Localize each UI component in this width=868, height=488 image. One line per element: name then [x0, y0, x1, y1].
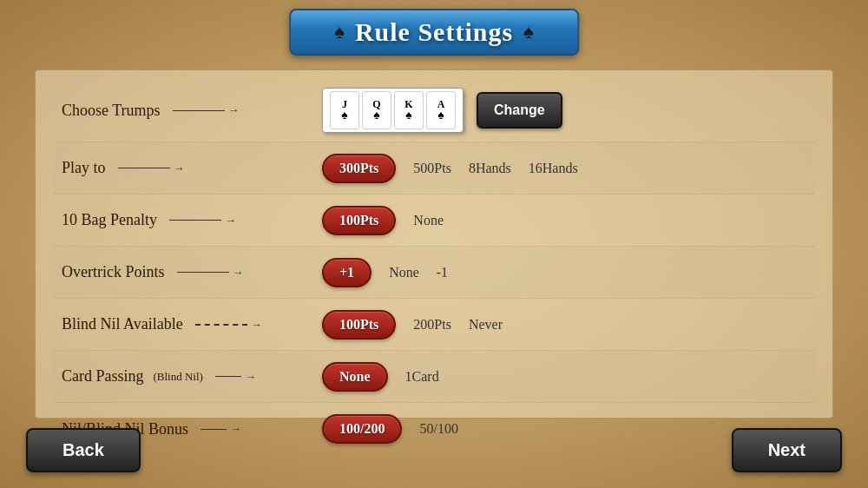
bag-penalty-none[interactable]: None [413, 213, 444, 228]
bag-penalty-options: 100Pts None [322, 206, 806, 235]
blind-nil-never[interactable]: Never [469, 317, 503, 333]
card-j: J ♠ [330, 91, 359, 129]
blind-nil-label: Blind Nil Available → [62, 315, 322, 333]
overtrick-none[interactable]: None [389, 265, 419, 280]
play-to-8hands[interactable]: 8Hands [469, 161, 511, 176]
change-button[interactable]: Change [477, 92, 562, 129]
nil-bonus-100-200[interactable]: 100/200 [322, 414, 402, 444]
play-to-300pts[interactable]: 300Pts [322, 154, 396, 183]
bag-penalty-label: 10 Bag Penalty → [62, 211, 322, 229]
overtrick-plus1[interactable]: +1 [322, 258, 372, 287]
page-title: Rule Settings [355, 17, 513, 47]
title-banner: ♠ Rule Settings ♠ [289, 9, 579, 56]
row-play-to: Play to → 300Pts 500Pts 8Hands 16Hands [53, 142, 815, 195]
play-to-500pts[interactable]: 500Pts [413, 161, 451, 176]
card-passing-options: None 1Card [322, 362, 806, 392]
card-q: Q ♠ [362, 91, 391, 129]
row-blind-nil: Blind Nil Available → 100Pts 200Pts Neve… [53, 299, 815, 351]
trumps-options: J ♠ Q ♠ K ♠ [322, 88, 562, 133]
settings-panel: Choose Trumps → J ♠ Q [35, 69, 833, 419]
nil-bonus-50-100[interactable]: 50/100 [419, 421, 457, 437]
next-button[interactable]: Next [732, 428, 842, 472]
row-bag-penalty: 10 Bag Penalty → 100Pts None [53, 195, 815, 247]
card-passing-label: Card Passing (Blind Nil) → [62, 367, 322, 386]
card-passing-1card[interactable]: 1Card [405, 369, 439, 385]
overtrick-minus1[interactable]: -1 [437, 265, 448, 280]
row-card-passing: Card Passing (Blind Nil) → None 1Card [53, 351, 815, 403]
spade-left-icon: ♠ [334, 21, 345, 43]
card-preview: J ♠ Q ♠ K ♠ [322, 88, 464, 133]
blind-nil-200pts[interactable]: 200Pts [413, 317, 451, 333]
blind-nil-options: 100Pts 200Pts Never [322, 310, 806, 340]
overtrick-options: +1 None -1 [322, 258, 806, 287]
card-a: A ♠ [426, 91, 456, 129]
row-overtrick: Overtrick Points → +1 None -1 [53, 247, 815, 299]
row-nil-bonus: Nil/Blind Nil Bonus → 100/200 50/100 [53, 403, 815, 455]
overtrick-label: Overtrick Points → [62, 263, 322, 281]
bag-penalty-100pts[interactable]: 100Pts [322, 206, 396, 235]
play-to-16hands[interactable]: 16Hands [529, 161, 578, 176]
blind-nil-100pts[interactable]: 100Pts [322, 310, 396, 340]
row-choose-trumps: Choose Trumps → J ♠ Q [53, 79, 815, 142]
card-passing-none[interactable]: None [322, 362, 388, 392]
spade-right-icon: ♠ [523, 21, 534, 43]
play-to-label: Play to → [62, 159, 322, 177]
back-button[interactable]: Back [26, 428, 141, 472]
settings-container: Choose Trumps → J ♠ Q [36, 70, 832, 464]
choose-trumps-label: Choose Trumps → [62, 102, 322, 120]
card-k: K ♠ [394, 91, 424, 129]
play-to-options: 300Pts 500Pts 8Hands 16Hands [322, 154, 806, 183]
